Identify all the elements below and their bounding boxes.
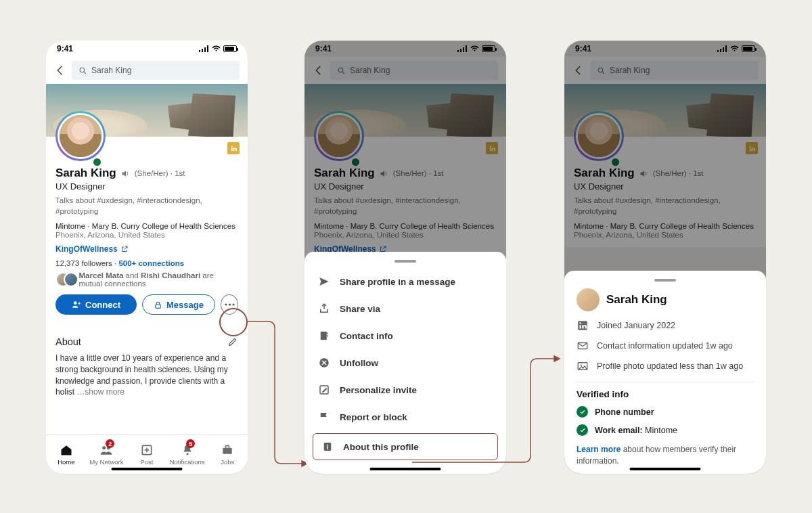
linkedin-badge-icon [227, 142, 240, 154]
photo-updated-row: Profile photo updated less than 1w ago [577, 360, 754, 372]
divider [577, 382, 754, 382]
linkedin-icon [577, 319, 589, 332]
presence-indicator [91, 156, 103, 168]
svg-rect-19 [327, 446, 328, 449]
home-indicator [370, 468, 441, 470]
status-bar: 9:41 [46, 41, 248, 57]
svg-point-3 [225, 303, 227, 305]
contact-icon [318, 330, 330, 342]
info-icon [321, 441, 334, 453]
message-button[interactable]: Message [142, 294, 215, 315]
svg-point-4 [228, 303, 230, 305]
menu-share-via[interactable]: Share via [304, 295, 506, 322]
menu-share-message[interactable]: Share profile in a message [304, 268, 506, 295]
verified-phone: Phone number [577, 406, 754, 418]
menu-report-block[interactable]: Report or block [304, 403, 506, 430]
home-icon [60, 443, 73, 457]
status-time: 9:41 [57, 44, 73, 53]
mail-icon [577, 340, 589, 352]
tab-home[interactable]: Home [46, 435, 87, 474]
home-indicator [630, 468, 701, 470]
menu-about-this-profile[interactable]: About this profile [313, 433, 498, 460]
check-icon [577, 406, 588, 418]
learn-more-text: Learn more about how members verify thei… [577, 444, 754, 467]
company-line: Mintome · Mary B. Curry College of Healt… [55, 222, 238, 230]
headline: UX Designer [55, 181, 238, 192]
verified-title: Verified info [577, 389, 754, 399]
home-indicator [112, 468, 183, 470]
search-input[interactable]: Sarah King [72, 61, 240, 80]
verified-work-email: Work email: Mintome [577, 424, 754, 436]
svg-point-5 [232, 303, 234, 305]
about-card: About I have a little over 10 years of e… [46, 328, 248, 406]
lock-icon [154, 300, 162, 309]
pronouns: (She/Her) · 1st [135, 169, 185, 177]
mutual-avatars [55, 272, 74, 287]
status-icons [199, 45, 237, 52]
mutual-connections[interactable]: Marcel Mata and Rishi Chaudhari are mutu… [55, 271, 238, 288]
flag-icon [318, 411, 330, 423]
contact-updated-row: Contact information updated 1w ago [577, 340, 754, 352]
search-value: Sarah King [91, 66, 131, 75]
svg-rect-10 [223, 448, 232, 454]
share-icon [318, 303, 330, 315]
location: Phoenix, Arizona, United States [55, 231, 238, 239]
tab-jobs[interactable]: Jobs [207, 435, 248, 474]
profile-name: Sarah King [55, 166, 116, 180]
search-icon [78, 66, 87, 75]
connections-link[interactable]: 500+ connections [118, 259, 184, 267]
battery-icon [223, 45, 237, 52]
speaker-icon[interactable] [120, 169, 131, 179]
about-sheet-name: Sarah King [606, 293, 667, 307]
followers: 12,373 followers · 500+ connections [55, 259, 238, 267]
phone-about-profile: 9:41 Sarah King Sarah King(She/Her) · 1s… [564, 41, 766, 474]
unfollow-icon [318, 357, 330, 369]
menu-personalize-invite[interactable]: Personalize invite [304, 376, 506, 403]
phone-menu: 9:41 Sarah King Sarah King(She/Her) · 1s… [304, 41, 506, 474]
sheet-grip[interactable] [394, 260, 416, 263]
learn-more-link[interactable]: Learn more [577, 445, 621, 454]
sheet-grip[interactable] [654, 279, 676, 282]
avatar-small [577, 288, 600, 311]
svg-rect-14 [328, 335, 329, 336]
menu-contact-info[interactable]: Contact info [304, 322, 506, 349]
svg-rect-13 [328, 333, 329, 334]
external-link-icon [120, 245, 129, 253]
show-more-link[interactable]: …show more [74, 387, 125, 397]
about-body: I have a little over 10 years of experie… [55, 353, 238, 398]
post-icon [140, 443, 154, 457]
action-sheet: Share profile in a message Share via Con… [304, 252, 506, 474]
send-icon [318, 275, 330, 288]
search-row: Sarah King [46, 57, 248, 84]
avatar[interactable] [55, 111, 106, 161]
wifi-icon [212, 45, 221, 52]
profile-name-row: Sarah King (She/Her) · 1st [55, 166, 238, 180]
profile-header: Sarah King (She/Her) · 1st UX Designer T… [46, 137, 248, 323]
joined-row: Joined January 2022 [577, 319, 754, 332]
website-link[interactable]: KingOfWellness [55, 244, 238, 254]
about-profile-sheet: Sarah King Joined January 2022 Contact i… [564, 271, 766, 474]
talks-about: Talks about #uxdesign, #interactiondesig… [55, 196, 238, 217]
person-plus-icon [72, 300, 81, 309]
about-sheet-header: Sarah King [577, 288, 754, 311]
edit-icon[interactable] [227, 336, 238, 347]
image-icon [577, 360, 589, 372]
svg-rect-12 [321, 332, 327, 340]
about-title: About [55, 336, 81, 347]
ellipsis-icon [225, 303, 235, 306]
svg-point-9 [186, 453, 188, 455]
more-button[interactable] [221, 294, 238, 315]
svg-point-6 [103, 446, 106, 449]
menu-unfollow[interactable]: Unfollow [304, 349, 506, 376]
phone-profile: 9:41 Sarah King Sarah King (She/Her) · [46, 41, 248, 474]
svg-point-1 [74, 301, 77, 305]
svg-point-24 [581, 364, 582, 365]
connect-button[interactable]: Connect [55, 294, 137, 315]
check-icon [577, 424, 588, 436]
back-icon[interactable] [54, 64, 66, 76]
briefcase-icon [221, 443, 234, 457]
svg-point-0 [80, 68, 85, 72]
compose-icon [318, 384, 330, 396]
cellular-icon [199, 45, 209, 52]
next-card-peek [46, 411, 248, 417]
